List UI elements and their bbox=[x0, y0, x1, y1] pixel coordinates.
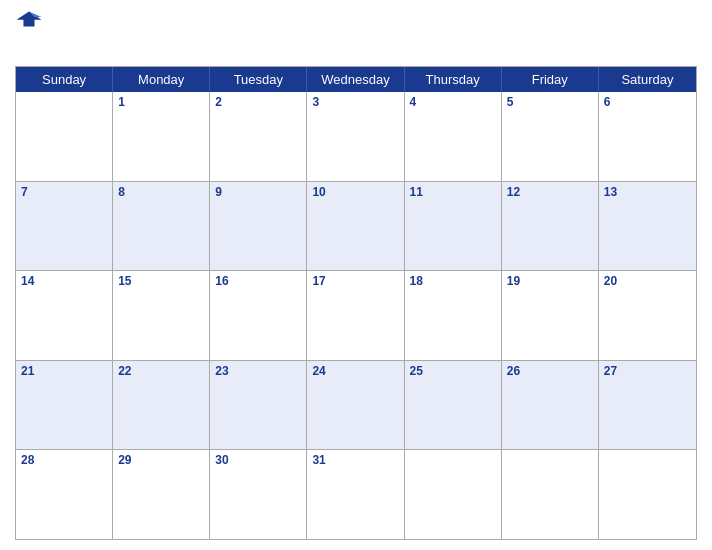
weeks-container: 1234567891011121314151617181920212223242… bbox=[16, 92, 696, 539]
day-cell-18: 18 bbox=[405, 271, 502, 360]
day-number: 28 bbox=[21, 453, 107, 469]
day-cell-20: 20 bbox=[599, 271, 696, 360]
day-number: 10 bbox=[312, 185, 398, 201]
day-cell-15: 15 bbox=[113, 271, 210, 360]
day-cell-9: 9 bbox=[210, 182, 307, 271]
day-number: 25 bbox=[410, 364, 496, 380]
day-number: 24 bbox=[312, 364, 398, 380]
day-number: 26 bbox=[507, 364, 593, 380]
day-cell-7: 7 bbox=[16, 182, 113, 271]
day-cell-30: 30 bbox=[210, 450, 307, 539]
day-number: 23 bbox=[215, 364, 301, 380]
day-cell-14: 14 bbox=[16, 271, 113, 360]
day-cell-21: 21 bbox=[16, 361, 113, 450]
day-cell-11: 11 bbox=[405, 182, 502, 271]
day-cell-26: 26 bbox=[502, 361, 599, 450]
day-number: 3 bbox=[312, 95, 398, 111]
week-row-3: 14151617181920 bbox=[16, 270, 696, 360]
day-number: 16 bbox=[215, 274, 301, 290]
day-header-thursday: Thursday bbox=[405, 67, 502, 92]
day-cell-13: 13 bbox=[599, 182, 696, 271]
day-header-friday: Friday bbox=[502, 67, 599, 92]
day-number: 22 bbox=[118, 364, 204, 380]
day-cell-8: 8 bbox=[113, 182, 210, 271]
day-cell-empty bbox=[16, 92, 113, 181]
day-number: 17 bbox=[312, 274, 398, 290]
day-cell-5: 5 bbox=[502, 92, 599, 181]
day-number: 19 bbox=[507, 274, 593, 290]
day-number: 29 bbox=[118, 453, 204, 469]
day-header-monday: Monday bbox=[113, 67, 210, 92]
week-row-5: 28293031 bbox=[16, 449, 696, 539]
day-cell-4: 4 bbox=[405, 92, 502, 181]
day-cell-27: 27 bbox=[599, 361, 696, 450]
day-number: 11 bbox=[410, 185, 496, 201]
day-number: 8 bbox=[118, 185, 204, 201]
day-cell-25: 25 bbox=[405, 361, 502, 450]
day-cell-16: 16 bbox=[210, 271, 307, 360]
day-cell-29: 29 bbox=[113, 450, 210, 539]
day-number: 6 bbox=[604, 95, 691, 111]
calendar-page: SundayMondayTuesdayWednesdayThursdayFrid… bbox=[0, 0, 712, 550]
day-cell-2: 2 bbox=[210, 92, 307, 181]
day-cell-1: 1 bbox=[113, 92, 210, 181]
day-number: 30 bbox=[215, 453, 301, 469]
day-number: 31 bbox=[312, 453, 398, 469]
day-cell-empty bbox=[502, 450, 599, 539]
day-cell-10: 10 bbox=[307, 182, 404, 271]
day-number: 5 bbox=[507, 95, 593, 111]
day-header-sunday: Sunday bbox=[16, 67, 113, 92]
day-number: 9 bbox=[215, 185, 301, 201]
svg-marker-0 bbox=[17, 11, 42, 26]
day-cell-19: 19 bbox=[502, 271, 599, 360]
day-headers-row: SundayMondayTuesdayWednesdayThursdayFrid… bbox=[16, 67, 696, 92]
day-number: 20 bbox=[604, 274, 691, 290]
day-cell-6: 6 bbox=[599, 92, 696, 181]
day-number: 12 bbox=[507, 185, 593, 201]
day-number: 4 bbox=[410, 95, 496, 111]
day-cell-28: 28 bbox=[16, 450, 113, 539]
day-number: 18 bbox=[410, 274, 496, 290]
day-cell-31: 31 bbox=[307, 450, 404, 539]
day-cell-empty bbox=[599, 450, 696, 539]
day-number: 15 bbox=[118, 274, 204, 290]
day-number: 14 bbox=[21, 274, 107, 290]
day-cell-24: 24 bbox=[307, 361, 404, 450]
day-number: 1 bbox=[118, 95, 204, 111]
logo-bird-icon bbox=[15, 10, 43, 28]
day-cell-23: 23 bbox=[210, 361, 307, 450]
day-cell-12: 12 bbox=[502, 182, 599, 271]
day-cell-17: 17 bbox=[307, 271, 404, 360]
calendar-grid: SundayMondayTuesdayWednesdayThursdayFrid… bbox=[15, 66, 697, 540]
calendar-header bbox=[15, 10, 697, 60]
day-cell-22: 22 bbox=[113, 361, 210, 450]
day-header-tuesday: Tuesday bbox=[210, 67, 307, 92]
week-row-4: 21222324252627 bbox=[16, 360, 696, 450]
day-header-saturday: Saturday bbox=[599, 67, 696, 92]
day-cell-3: 3 bbox=[307, 92, 404, 181]
day-number: 2 bbox=[215, 95, 301, 111]
day-number: 7 bbox=[21, 185, 107, 201]
day-header-wednesday: Wednesday bbox=[307, 67, 404, 92]
week-row-1: 123456 bbox=[16, 92, 696, 181]
day-cell-empty bbox=[405, 450, 502, 539]
logo bbox=[15, 10, 43, 30]
day-number: 27 bbox=[604, 364, 691, 380]
week-row-2: 78910111213 bbox=[16, 181, 696, 271]
day-number: 13 bbox=[604, 185, 691, 201]
day-number: 21 bbox=[21, 364, 107, 380]
